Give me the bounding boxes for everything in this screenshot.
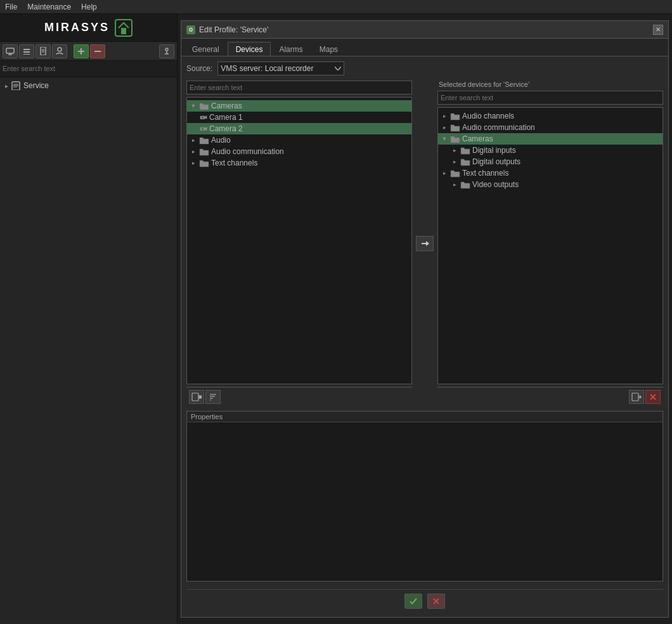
right-tree-audiocomm[interactable]: ▸ Audio communication: [438, 122, 662, 133]
remove-btn[interactable]: [90, 44, 105, 58]
main-area: ⚙ Edit Profile: 'Service' ✕ General Devi…: [178, 14, 672, 624]
tree-expand-icon: ▸: [5, 82, 8, 89]
right-panel-title: Selected devices for 'Service': [437, 81, 531, 88]
right-vidoutputs-label: Video outputs: [472, 180, 519, 189]
expand-rcameras-icon: ▼: [441, 135, 448, 143]
left-tree-audio[interactable]: ▸ Audio: [187, 134, 411, 146]
sidebar-logo: MIRASYS: [0, 14, 177, 42]
expand-digoutputs-icon: ▸: [451, 158, 458, 166]
list-btn[interactable]: [19, 44, 34, 58]
camera2-expand: [200, 125, 207, 133]
tab-devices[interactable]: Devices: [228, 42, 271, 56]
user-btn[interactable]: [52, 44, 67, 58]
svg-point-28: [202, 128, 204, 130]
chevron-down-icon: [335, 67, 341, 70]
right-cameras-label: Cameras: [462, 134, 493, 143]
left-sort-btn[interactable]: [205, 390, 221, 404]
menu-help[interactable]: Help: [81, 3, 97, 11]
sort-icon: [209, 393, 217, 401]
left-device-panel: ▼ Cameras: [186, 81, 412, 406]
right-audiocomm-label: Audio communication: [462, 123, 535, 132]
menu-bar: File Maintenance Help: [0, 0, 672, 14]
right-textch-label: Text channels: [462, 169, 508, 178]
expand-audioch-icon: ▸: [441, 112, 448, 120]
sidebar-search-input[interactable]: [3, 62, 174, 75]
left-import-btn[interactable]: [189, 390, 204, 404]
svg-rect-38: [632, 393, 638, 401]
left-tree-camera2[interactable]: Camera 2: [187, 123, 411, 134]
expand-cameras-icon: ▼: [190, 102, 197, 110]
dialog-close-btn[interactable]: ✕: [653, 25, 663, 35]
dialog-titlebar: ⚙ Edit Profile: 'Service' ✕: [181, 21, 668, 39]
right-tree-diginputs[interactable]: ▸ Digital inputs: [438, 145, 662, 156]
tab-maps[interactable]: Maps: [311, 42, 346, 56]
document-btn[interactable]: [36, 44, 51, 58]
menu-maintenance[interactable]: Maintenance: [27, 3, 71, 11]
sidebar-toolbar: [0, 42, 177, 61]
svg-point-16: [165, 48, 168, 51]
sidebar-item-service[interactable]: ▸ Service: [0, 80, 177, 91]
sidebar: MIRASYS: [0, 14, 178, 624]
dialog-bottom-buttons: [186, 589, 663, 612]
folder-icon: [450, 134, 460, 143]
dialog-title-icon: ⚙: [186, 25, 195, 34]
svg-marker-40: [640, 395, 642, 399]
right-remove-btn[interactable]: [645, 390, 661, 404]
transfer-col: [415, 81, 435, 406]
monitor-btn[interactable]: [3, 44, 18, 58]
right-tree-cameras[interactable]: ▼ Cameras: [438, 133, 662, 145]
svg-marker-37: [426, 241, 429, 246]
sidebar-search-container: [0, 61, 177, 77]
right-diginputs-label: Digital inputs: [472, 146, 516, 155]
right-search-input[interactable]: [441, 91, 660, 104]
svg-rect-5: [23, 49, 30, 50]
svg-point-25: [202, 117, 204, 119]
transfer-btn[interactable]: [416, 236, 434, 251]
right-tree-textch[interactable]: ▸ Text channels: [438, 167, 662, 179]
right-bottom-toolbar: [437, 387, 663, 406]
left-tree-text-channels[interactable]: ▸ Text channels: [187, 157, 411, 169]
properties-title: Properties: [187, 412, 662, 422]
left-tree-camera1[interactable]: Camera 1: [187, 112, 411, 123]
left-tree-audio-comm[interactable]: ▸ Audio communication: [187, 146, 411, 157]
folder-icon: [199, 159, 209, 167]
right-device-panel: Selected devices for 'Service' ▸: [437, 81, 663, 406]
expand-audiocomm-icon: ▸: [190, 148, 197, 155]
svg-rect-7: [23, 54, 30, 55]
folder-icon: [199, 147, 209, 156]
tab-alarms[interactable]: Alarms: [271, 42, 311, 56]
right-tree-vidoutputs[interactable]: ▸ Video outputs: [438, 179, 662, 190]
pin-btn[interactable]: [159, 44, 174, 58]
properties-content: [187, 422, 662, 581]
svg-rect-1: [121, 28, 126, 34]
left-cameras-label: Cameras: [211, 101, 242, 110]
source-label: Source:: [186, 64, 212, 73]
source-row: Source: VMS server: Local recorder: [186, 62, 663, 75]
right-digoutputs-label: Digital outputs: [472, 157, 520, 166]
svg-marker-24: [205, 115, 207, 119]
menu-file[interactable]: File: [5, 3, 17, 11]
camera1-label: Camera 1: [209, 113, 243, 122]
left-tree-cameras[interactable]: ▼ Cameras: [187, 100, 411, 112]
properties-section: Properties: [186, 411, 663, 582]
right-tree-digoutputs[interactable]: ▸ Digital outputs: [438, 156, 662, 167]
x-icon: [432, 597, 440, 605]
dialog-cancel-btn[interactable]: [427, 594, 445, 609]
logo-icon: [115, 19, 132, 37]
camera-icon: [200, 114, 207, 121]
folder-icon: [199, 101, 209, 110]
right-device-tree: ▸ Audio channels ▸: [437, 107, 663, 384]
folder-icon: [450, 169, 460, 178]
dialog-ok-btn[interactable]: [404, 594, 422, 609]
source-dropdown[interactable]: VMS server: Local recorder: [217, 62, 344, 75]
tab-general[interactable]: General: [184, 42, 228, 56]
folder-icon: [460, 180, 470, 189]
arrow-right-icon: [420, 239, 429, 248]
source-value: VMS server: Local recorder: [221, 64, 313, 73]
right-panel-header: Selected devices for 'Service': [437, 81, 663, 88]
add-btn[interactable]: [74, 44, 89, 58]
left-search-input[interactable]: [190, 81, 409, 94]
import-icon: [191, 393, 202, 401]
right-export-btn[interactable]: [629, 390, 644, 404]
right-tree-audioch[interactable]: ▸ Audio channels: [438, 110, 662, 122]
